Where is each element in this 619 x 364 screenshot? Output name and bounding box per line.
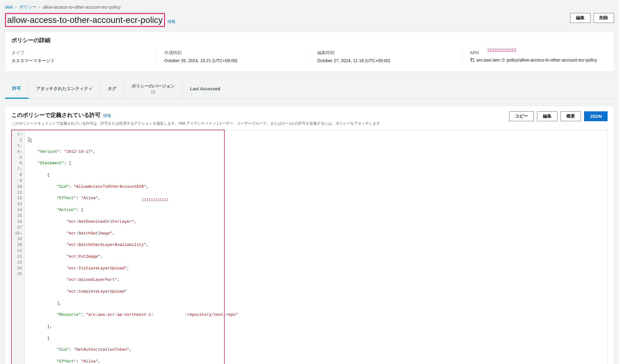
created-label: 作成時刻: [164, 50, 302, 56]
edited-label: 編集時刻: [317, 50, 455, 56]
tab-versions-label: ポリシーのバージョン: [132, 84, 175, 89]
json-annotation: 111111111111: [142, 197, 169, 203]
permissions-description: このポリシードキュメントで定義されている許可は、許可または拒否するアクションを指…: [11, 121, 380, 126]
tab-tags[interactable]: タグ: [100, 79, 124, 98]
tab-attached-label: アタッチされたエンティティ: [36, 86, 93, 92]
tab-permissions[interactable]: 許可: [5, 79, 29, 99]
permissions-panel: このポリシーで定義されている許可 情報 このポリシードキュメントで定義されている…: [5, 106, 614, 364]
breadcrumb-iam[interactable]: IAM: [5, 5, 13, 10]
json-editor[interactable]: 111111111111 1 2 3 4 5 6 7 8 9 10 11 12 …: [11, 130, 608, 364]
json-button[interactable]: JSON: [584, 111, 608, 121]
tab-last-accessed[interactable]: Last Accessed: [183, 79, 228, 98]
delete-button[interactable]: 削除: [594, 13, 614, 23]
policy-details-title: ポリシーの詳細: [5, 32, 614, 44]
created-value: October 26, 2024, 15:21 (UTC+09:00): [164, 58, 302, 64]
tab-versions-count: (3): [151, 90, 156, 94]
permissions-title: このポリシーで定義されている許可: [11, 111, 101, 119]
edit-json-button[interactable]: 編集: [537, 111, 557, 121]
arn-value: arn:aws:iam::0 :policy/allow-access-to-o…: [476, 57, 597, 63]
type-value: カスタマーマネージド: [11, 58, 149, 64]
tab-attached-entities[interactable]: アタッチされたエンティティ: [29, 79, 100, 98]
svg-rect-0: [471, 59, 474, 62]
code-area[interactable]: { "Version": "2012-10-17", "Statement": …: [25, 130, 607, 364]
type-label: タイプ: [11, 50, 149, 56]
edited-value: October 27, 2024, 11:18 (UTC+09:00): [317, 58, 455, 64]
copy-icon[interactable]: [470, 58, 474, 62]
copy-button[interactable]: コピー: [509, 111, 534, 121]
tab-permissions-label: 許可: [12, 86, 21, 91]
permissions-info-link[interactable]: 情報: [103, 113, 111, 118]
tab-versions[interactable]: ポリシーのバージョン (3): [124, 79, 183, 98]
chevron-right-icon: ›: [39, 5, 41, 10]
policy-details-panel: ポリシーの詳細 タイプ カスタマーマネージド 作成時刻 October 26, …: [5, 32, 614, 72]
breadcrumb-current: allow-access-to-other-account-ecr-policy: [43, 5, 120, 10]
info-link[interactable]: 情報: [167, 19, 175, 24]
tabs: 許可 アタッチされたエンティティ タグ ポリシーのバージョン (3) Last …: [5, 79, 614, 99]
tab-last-accessed-label: Last Accessed: [190, 86, 220, 91]
edit-button[interactable]: 編集: [570, 13, 591, 23]
tab-tags-label: タグ: [108, 86, 116, 92]
arn-annotation: 222222222222: [487, 48, 516, 53]
chevron-right-icon: ›: [15, 5, 17, 10]
breadcrumb-policies[interactable]: ポリシー: [19, 4, 37, 10]
line-gutter: 1 2 3 4 5 6 7 8 9 10 11 12 13 14 15 16 1…: [12, 130, 25, 364]
breadcrumb: IAM › ポリシー › allow-access-to-other-accou…: [5, 3, 614, 13]
page-title: allow-access-to-other-account-ecr-policy: [5, 13, 165, 27]
summary-button[interactable]: 概要: [561, 111, 581, 121]
